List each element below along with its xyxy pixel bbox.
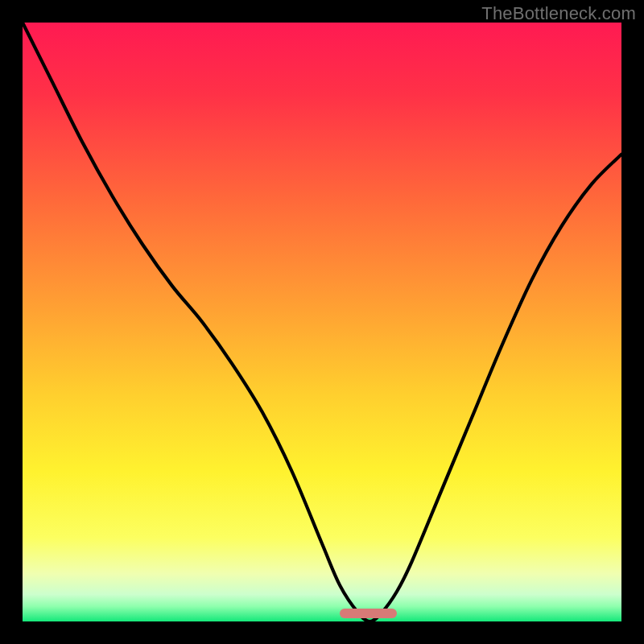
watermark-text: TheBottleneck.com: [481, 3, 636, 24]
plot-area: [23, 23, 621, 621]
bottleneck-curve: [23, 23, 621, 621]
outer-frame: TheBottleneck.com: [0, 0, 644, 644]
optimum-marker: [340, 609, 397, 618]
